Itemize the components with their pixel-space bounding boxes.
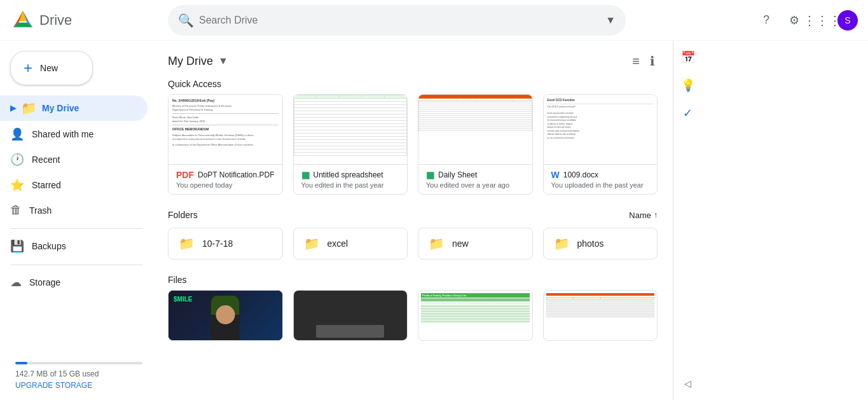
- sidebar-item-starred[interactable]: ⭐ Starred: [0, 173, 148, 197]
- storage-used-text: 142.7 MB of 15 GB used: [15, 369, 142, 378]
- folder-icon-3: 📁: [429, 236, 444, 251]
- info-button[interactable]: ℹ: [647, 51, 658, 71]
- folder-item-4[interactable]: 📁 photos: [543, 228, 658, 259]
- storage-bar-bg: [15, 362, 142, 364]
- search-input[interactable]: [199, 15, 605, 26]
- card-info: ▦ Daily Sheet You edited over a year ago: [418, 165, 532, 194]
- my-drive-folder-icon: 📁: [21, 100, 37, 116]
- trash-icon: 🗑: [10, 203, 22, 217]
- card-preview-pdf: No. 2/4809/1/2019-Estt (Pay) Ministry of…: [169, 95, 282, 165]
- sort-button[interactable]: Name ↑: [629, 210, 658, 220]
- sidebar-item-shared-label: Shared with me: [32, 129, 93, 139]
- sort-icon: ↑: [654, 210, 658, 219]
- plus-icon: +: [24, 60, 32, 76]
- folders-section-header: Folders Name ↑: [153, 205, 673, 225]
- new-button[interactable]: + New: [10, 51, 93, 85]
- keep-panel-button[interactable]: 💡: [677, 74, 699, 97]
- sheets-file-icon-2: ▦: [426, 170, 434, 180]
- tasks-panel-button[interactable]: ✓: [677, 102, 699, 125]
- expand-panel-button[interactable]: ◁: [677, 372, 699, 395]
- page-title: My Drive: [168, 55, 213, 68]
- card-filename: ▦ Untitled spreadsheet: [301, 170, 400, 180]
- file-card-sheets-1[interactable]: ▦ Untitled spreadsheet You edited in the…: [293, 94, 408, 195]
- card-meta-text-4: You uploaded in the past year: [551, 181, 650, 189]
- folder-icon-1: 📁: [179, 236, 195, 251]
- card-preview-daily: [418, 95, 532, 165]
- sidebar-item-storage[interactable]: ☁ Storage: [0, 270, 148, 294]
- card-info: PDF DoPT Notification.PDF You opened tod…: [169, 165, 282, 194]
- card-preview-word: Excel GCD Function The GCD Function in E…: [544, 95, 658, 165]
- file-thumb-3[interactable]: Produce Family, Produce Group List: [418, 290, 533, 341]
- files-label: Files: [153, 270, 673, 287]
- search-dropdown-icon[interactable]: ▼: [605, 15, 616, 26]
- content-title-area: My Drive ▼: [168, 55, 228, 68]
- card-meta-text: You opened today: [176, 181, 275, 189]
- pdf-file-icon: PDF: [176, 170, 194, 180]
- storage-bar-fill: [15, 362, 27, 364]
- file-thumb-2[interactable]: [293, 290, 408, 341]
- shared-icon: 👤: [10, 127, 24, 141]
- sidebar: + New ▶ 📁 My Drive 👤 Shared with me 🕐 Re…: [0, 41, 153, 400]
- recent-icon: 🕐: [10, 153, 24, 167]
- file-thumb-1[interactable]: $MILE: [168, 290, 283, 341]
- search-bar[interactable]: 🔍 ▼: [168, 5, 626, 36]
- folder-icon-2: 📁: [304, 236, 320, 251]
- backups-icon: 💾: [10, 239, 24, 253]
- right-panel: 📅 💡 ✓ ◁: [673, 41, 702, 400]
- sidebar-item-starred-label: Starred: [32, 180, 61, 190]
- storage-info: 142.7 MB of 15 GB used UPGRADE STORAGE: [0, 357, 153, 395]
- view-actions: ≡ ℹ: [630, 51, 658, 71]
- files-grid: $MILE Produce Family, Produce Group List: [153, 287, 673, 351]
- folder-item-3[interactable]: 📁 new: [418, 228, 533, 259]
- card-meta-text-2: You edited in the past year: [301, 181, 400, 189]
- calendar-panel-button[interactable]: 📅: [677, 46, 699, 69]
- sort-label: Name: [629, 210, 651, 220]
- logo-text: Drive: [39, 12, 72, 29]
- quick-access-label: Quick Access: [153, 76, 673, 94]
- file-card-word[interactable]: Excel GCD Function The GCD Function in E…: [543, 94, 658, 195]
- folder-item-1[interactable]: 📁 10-7-18: [168, 228, 283, 259]
- list-view-button[interactable]: ≡: [630, 52, 642, 71]
- file-thumb-4[interactable]: [543, 290, 658, 341]
- apps-button[interactable]: ⋮⋮⋮: [809, 8, 835, 33]
- folder-name-2: excel: [327, 238, 348, 249]
- upgrade-storage-button[interactable]: UPGRADE STORAGE: [15, 381, 142, 390]
- main-content: My Drive ▼ ≡ ℹ Quick Access No. 2/4809/1…: [153, 41, 673, 400]
- file-name-text-2: Untitled spreadsheet: [313, 170, 383, 179]
- sidebar-item-recent-label: Recent: [32, 155, 60, 165]
- file-name-text: DoPT Notification.PDF: [198, 170, 275, 179]
- storage-icon: ☁: [10, 275, 22, 289]
- sidebar-item-shared[interactable]: 👤 Shared with me: [0, 122, 148, 146]
- file-card-pdf[interactable]: No. 2/4809/1/2019-Estt (Pay) Ministry of…: [168, 94, 283, 195]
- folder-item-2[interactable]: 📁 excel: [293, 228, 408, 259]
- card-filename: W 1009.docx: [551, 170, 650, 180]
- folder-name-4: photos: [577, 238, 604, 249]
- folder-icon-4: 📁: [554, 236, 570, 251]
- quick-access-grid: No. 2/4809/1/2019-Estt (Pay) Ministry of…: [153, 94, 673, 205]
- title-dropdown-icon[interactable]: ▼: [218, 55, 228, 67]
- sidebar-item-my-drive[interactable]: ▶ 📁 My Drive: [0, 95, 148, 121]
- sidebar-item-backups[interactable]: 💾 Backups: [0, 234, 148, 258]
- folders-grid: 📁 10-7-18 📁 excel 📁 new 📁 photos: [153, 225, 673, 270]
- sidebar-item-backups-label: Backups: [32, 241, 66, 251]
- my-drive-expand-icon: ▶: [10, 104, 16, 113]
- header-actions: ? ⚙ ⋮⋮⋮ S: [754, 8, 858, 33]
- card-filename: ▦ Daily Sheet: [426, 170, 525, 180]
- file-name-text-3: Daily Sheet: [438, 170, 477, 179]
- sidebar-item-recent[interactable]: 🕐 Recent: [0, 148, 148, 172]
- word-file-icon: W: [551, 170, 560, 180]
- sheets-file-icon-1: ▦: [301, 170, 310, 180]
- card-preview-sheets: [294, 95, 408, 165]
- sidebar-divider: [10, 228, 142, 229]
- avatar[interactable]: S: [837, 10, 858, 31]
- card-meta-text-3: You edited over a year ago: [426, 181, 525, 189]
- help-button[interactable]: ?: [754, 8, 779, 33]
- card-info: W 1009.docx You uploaded in the past yea…: [544, 165, 658, 194]
- folder-name-3: new: [452, 238, 469, 249]
- folders-label: Folders: [168, 210, 198, 220]
- starred-icon: ⭐: [10, 178, 24, 192]
- sidebar-item-trash[interactable]: 🗑 Trash: [0, 198, 148, 222]
- sidebar-item-trash-label: Trash: [29, 205, 52, 216]
- file-card-sheets-2[interactable]: ▦ Daily Sheet You edited over a year ago: [418, 94, 533, 195]
- logo-area: Drive: [10, 8, 163, 33]
